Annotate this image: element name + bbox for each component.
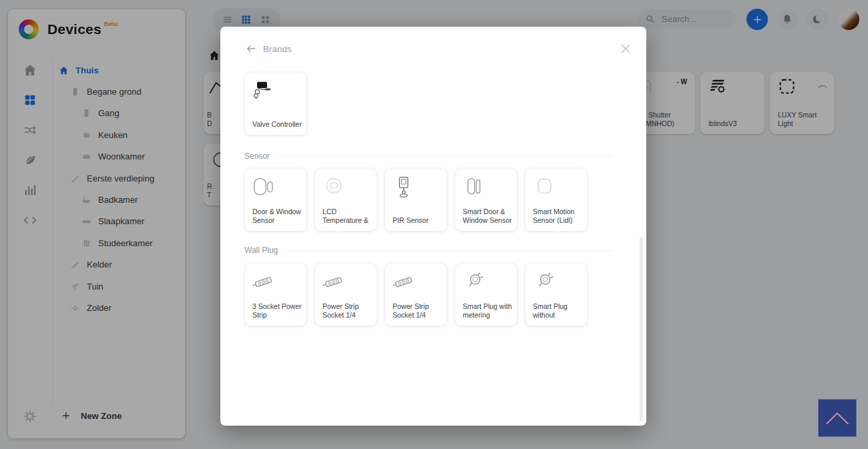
brand-card-pir-sensor[interactable]: PIR Sensor xyxy=(385,168,447,232)
brand-card-3-socket-power-strip[interactable]: 3 Socket Power Strip xyxy=(244,263,307,326)
modal-title: Brands xyxy=(263,44,292,54)
back-arrow-icon[interactable] xyxy=(244,42,258,55)
smart-plug-image-icon xyxy=(531,269,558,296)
power-strip-image-icon xyxy=(320,269,347,296)
brand-card-smart-plug-with-metering[interactable]: Smart Plug with metering xyxy=(455,263,517,326)
section-header: Sensor xyxy=(244,149,611,163)
brand-card-smart-plug-without[interactable]: Smart Plug without xyxy=(525,263,588,326)
section-title: Sensor xyxy=(244,151,270,161)
brand-card-label: Smart Plug without xyxy=(533,302,584,320)
brand-card-power-strip-socket-1-4[interactable]: Power Strip Socket 1/4 xyxy=(385,263,447,326)
brand-card-label: Smart Plug with metering xyxy=(463,302,513,320)
section-header: Wall Plug xyxy=(244,244,611,257)
add-device-modal: Brands Valve Controller Sensor Door & Wi… xyxy=(220,27,646,426)
brand-card-label: Valve Controller xyxy=(252,120,303,129)
power-strip-image-icon xyxy=(250,269,277,296)
brand-card-label: PIR Sensor xyxy=(393,216,443,226)
brand-card-door-window-sensor[interactable]: Door & Window Sensor xyxy=(244,168,307,232)
close-icon[interactable] xyxy=(618,41,633,56)
brand-card-label: LCD Temperature & xyxy=(322,207,373,226)
modal-scrollbar[interactable] xyxy=(640,237,643,422)
section-title: Wall Plug xyxy=(244,246,278,255)
brand-card-label: Power Strip Socket 1/4 xyxy=(322,302,373,320)
chevron-up-widget[interactable] xyxy=(818,399,857,437)
brand-card-label: 3 Socket Power Strip xyxy=(252,302,303,320)
brand-grid: Door & Window Sensor LCD Temperature & P… xyxy=(244,168,592,232)
lcd-temperature-image-icon xyxy=(320,174,347,201)
section-divider xyxy=(287,250,611,251)
brand-card-power-strip-socket-1-4[interactable]: Power Strip Socket 1/4 xyxy=(314,263,377,326)
brand-card-lcd-temperature-[interactable]: LCD Temperature & xyxy=(314,168,377,232)
brand-grid: Valve Controller xyxy=(244,72,592,135)
brand-card-valve-controller[interactable]: Valve Controller xyxy=(244,72,307,135)
brand-card-label: Door & Window Sensor xyxy=(252,207,303,226)
smart-door-window-image-icon xyxy=(461,174,487,201)
brand-card-smart-door-window-sensor[interactable]: Smart Door & Window Sensor xyxy=(455,168,517,232)
section-divider xyxy=(279,156,611,157)
modal-header: Brands xyxy=(244,37,633,60)
power-strip-image-icon xyxy=(391,269,417,296)
smart-plug-image-icon xyxy=(461,269,487,296)
pir-sensor-image-icon xyxy=(391,174,417,201)
smart-motion-image-icon xyxy=(531,174,558,201)
brand-card-label: Smart Door & Window Sensor xyxy=(463,207,513,226)
brand-card-smart-motion-sensor-lidl-[interactable]: Smart Motion Sensor (Lidl) xyxy=(525,168,588,232)
brand-grid: 3 Socket Power Strip Power Strip Socket … xyxy=(244,263,592,326)
door-window-sensor-image-icon xyxy=(250,174,277,201)
brand-card-label: Power Strip Socket 1/4 xyxy=(393,302,443,320)
brand-card-label: Smart Motion Sensor (Lidl) xyxy=(533,207,584,226)
valve-controller-image-icon xyxy=(250,78,277,105)
